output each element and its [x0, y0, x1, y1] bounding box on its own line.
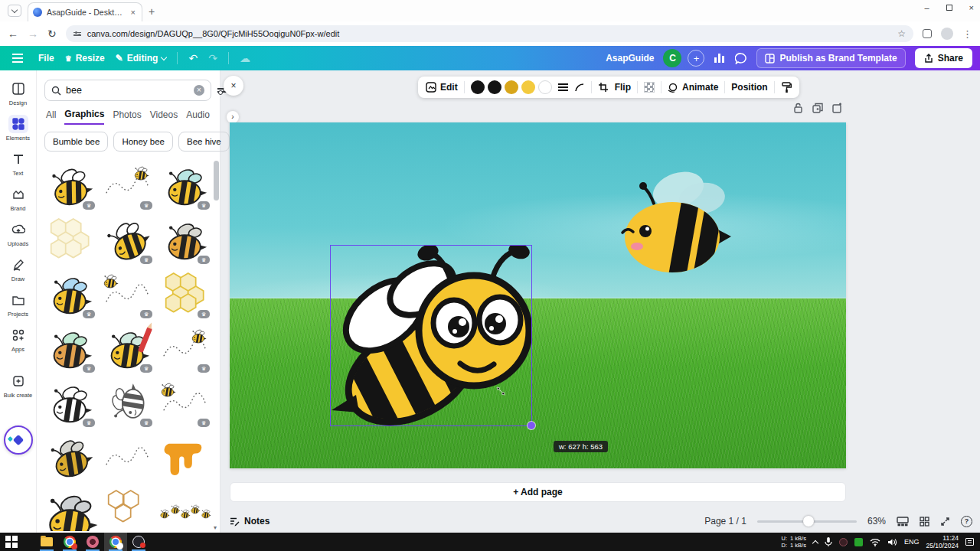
duplicate-page-icon[interactable]: [812, 103, 823, 113]
lock-icon[interactable]: [793, 103, 803, 113]
comments-icon[interactable]: [735, 53, 747, 64]
obs-tray-icon[interactable]: [839, 538, 848, 546]
graphic-thumbnail-bee-line-art[interactable]: ♛: [100, 378, 154, 429]
graphic-thumbnail-kawaii-bee-teal-wings[interactable]: ♛: [158, 161, 211, 211]
graphic-thumbnail-tiny-bee-dotted-trail[interactable]: ♛: [100, 161, 154, 211]
editing-mode-button[interactable]: ✎Editing: [116, 53, 167, 64]
undo-icon[interactable]: ↶: [188, 53, 198, 64]
style-roller-icon[interactable]: [781, 82, 792, 93]
graphic-thumbnail-bumblebee-realistic[interactable]: [43, 432, 96, 483]
sidebar-item-uploads[interactable]: Uploads: [2, 217, 35, 250]
graphic-thumbnail-bee-mint-wings[interactable]: ♛: [43, 324, 96, 374]
address-field[interactable]: canva.com/design/DAGUQp__8G0/QFjcMiH55Oo…: [66, 25, 913, 42]
graphic-thumbnail-bee-black-white[interactable]: ♛: [43, 378, 96, 429]
graphic-thumbnail-bee-with-pencil[interactable]: ♛: [100, 324, 154, 374]
start-button[interactable]: [0, 533, 23, 551]
animate-button[interactable]: Animate: [668, 82, 718, 93]
graphic-thumbnail-bee-gray-wings[interactable]: [43, 487, 96, 531]
graphic-thumbnail-cartoon-bee[interactable]: ♛: [43, 161, 96, 211]
new-tab-button[interactable]: +: [149, 5, 155, 18]
sidebar-item-elements[interactable]: Elements: [2, 112, 35, 145]
edit-image-button[interactable]: Edit: [426, 82, 458, 93]
back-icon[interactable]: ←: [8, 28, 18, 40]
graphic-thumbnail-tiny-bees-row[interactable]: [158, 487, 211, 531]
action-center-icon[interactable]: [965, 538, 974, 546]
transparency-icon[interactable]: [644, 82, 655, 93]
stroke-weight-icon[interactable]: [558, 82, 568, 93]
file-menu-button[interactable]: File: [38, 53, 54, 64]
sidebar-item-brand[interactable]: Brand: [2, 182, 35, 215]
microphone-icon[interactable]: [825, 536, 832, 547]
resize-handle[interactable]: [528, 422, 535, 429]
clear-search-icon[interactable]: ×: [194, 85, 204, 96]
chrome-active-button[interactable]: [104, 533, 127, 551]
graphic-thumbnail-tiny-bee-trail[interactable]: ♛: [100, 269, 154, 320]
selection-bounding-box[interactable]: [330, 245, 532, 426]
add-member-button[interactable]: +: [688, 50, 704, 67]
notes-button[interactable]: Notes: [230, 516, 270, 527]
color-swatch-3[interactable]: [505, 80, 518, 94]
extensions-icon[interactable]: [923, 29, 932, 38]
sidebar-item-projects[interactable]: Projects: [2, 288, 35, 321]
close-panel-button[interactable]: ×: [224, 76, 243, 96]
chip-bumble-bee[interactable]: Bumble bee: [44, 132, 108, 152]
flying-bee-graphic[interactable]: [611, 162, 733, 277]
menu-icon[interactable]: [12, 54, 23, 62]
chip-honey-bee[interactable]: Honey bee: [113, 132, 173, 152]
flip-button[interactable]: Flip: [615, 82, 631, 93]
position-button[interactable]: Position: [731, 82, 767, 93]
browser-menu-icon[interactable]: ⋮: [962, 28, 972, 40]
add-page-icon[interactable]: [832, 103, 843, 113]
speaker-icon[interactable]: [887, 538, 897, 546]
scroll-down-arrow-icon[interactable]: ▾: [214, 524, 217, 531]
window-close-button[interactable]: ×: [969, 3, 974, 12]
file-explorer-button[interactable]: [35, 533, 58, 551]
graphic-thumbnail-bee-sunflower[interactable]: ♛: [158, 215, 211, 266]
tab-graphics[interactable]: Graphics: [64, 109, 104, 125]
sidebar-item-draw[interactable]: Draw: [2, 253, 35, 285]
graphic-thumbnail-tiny-bee-loop-trail[interactable]: ♛: [158, 378, 211, 429]
obs-button[interactable]: [127, 533, 150, 551]
magic-assistant-button[interactable]: [4, 425, 33, 455]
grid-view-icon[interactable]: [920, 517, 929, 527]
tab-all[interactable]: All: [46, 109, 56, 124]
graphic-thumbnail-honey-drip[interactable]: [158, 432, 211, 483]
publish-brand-template-button[interactable]: Publish as Brand Template: [756, 48, 905, 68]
browser-tab[interactable]: AsapGuide - Desktop Wallpape ×: [28, 2, 142, 21]
search-input[interactable]: [66, 85, 189, 96]
green-utility-tray-icon[interactable]: [854, 538, 863, 546]
design-canvas-page[interactable]: w: 627 h: 563: [230, 122, 846, 468]
graphic-thumbnail-bee-blue-wings[interactable]: ♛: [43, 269, 96, 320]
wifi-icon[interactable]: [870, 538, 880, 546]
tab-videos[interactable]: Videos: [150, 109, 178, 124]
sidebar-item-design[interactable]: Design: [2, 77, 35, 109]
share-button[interactable]: Share: [915, 48, 972, 68]
tab-search-button[interactable]: [8, 5, 21, 17]
resize-button[interactable]: ♛Resize: [65, 53, 105, 64]
tray-expand-icon[interactable]: [812, 540, 818, 546]
avatar[interactable]: C: [663, 49, 681, 67]
color-swatch-1[interactable]: [471, 80, 485, 94]
window-minimize-button[interactable]: –: [924, 3, 929, 12]
chrome-profile1-button[interactable]: [58, 533, 81, 551]
graphic-thumbnail-bee-top-view[interactable]: ♛: [100, 215, 154, 266]
reload-icon[interactable]: ↻: [47, 28, 57, 40]
graphic-thumbnail-dotted-squiggle-trail[interactable]: [100, 432, 154, 483]
tab-photos[interactable]: Photos: [113, 109, 141, 124]
redo-icon[interactable]: ↷: [208, 53, 217, 64]
color-swatch-4[interactable]: [521, 80, 535, 94]
add-page-button[interactable]: + Add page: [230, 482, 846, 502]
graphic-thumbnail-honeycomb-pale[interactable]: [43, 215, 96, 266]
fullscreen-icon[interactable]: [940, 517, 950, 527]
help-icon[interactable]: ?: [961, 516, 972, 527]
sidebar-item-bulk-create[interactable]: Bulk create: [2, 369, 35, 402]
site-settings-icon[interactable]: [74, 32, 81, 36]
search-box[interactable]: ×: [44, 80, 211, 101]
media-app-button[interactable]: [81, 533, 104, 551]
panel-scrollbar[interactable]: ▾: [214, 161, 219, 527]
graphic-thumbnail-dotted-trail-bee[interactable]: ♛: [158, 324, 211, 374]
pages-view-icon[interactable]: [897, 517, 909, 527]
forward-icon[interactable]: →: [28, 28, 38, 40]
tab-close-icon[interactable]: ×: [129, 8, 137, 17]
sidebar-item-text[interactable]: Text: [2, 147, 35, 180]
